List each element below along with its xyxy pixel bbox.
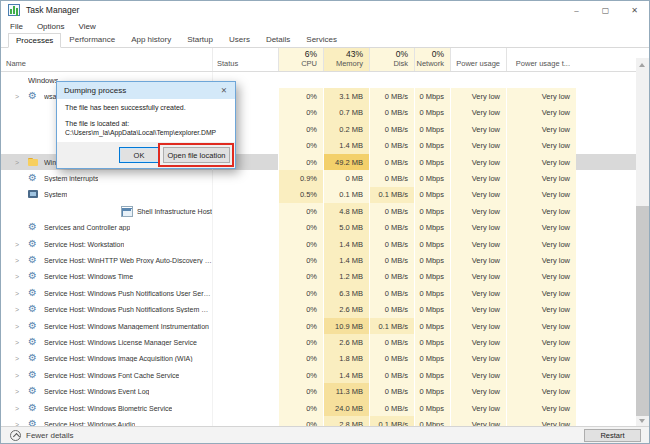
gear-icon [28, 304, 40, 315]
process-name: Service Host: Windows Biometric Service [44, 405, 172, 412]
expand-chevron-icon[interactable]: > [15, 323, 28, 330]
expand-chevron-icon[interactable]: > [15, 306, 28, 313]
dialog-close-icon[interactable]: ✕ [213, 82, 235, 99]
minimize-icon[interactable]: – [562, 1, 591, 19]
process-row[interactable]: >Service Host: Workstation0%1.4 MB0 MB/s… [1, 236, 649, 252]
cell-power-usage: Very low [450, 236, 506, 252]
process-status-cell [212, 269, 278, 285]
process-row[interactable]: >Service Host: Windows Push Notification… [1, 301, 649, 317]
sys-icon [28, 189, 40, 200]
process-row[interactable]: >Service Host: Windows License Manager S… [1, 334, 649, 350]
close-icon[interactable]: ✕ [620, 1, 649, 19]
fewer-details-toggle[interactable]: Fewer details [10, 430, 74, 441]
maximize-icon[interactable]: ▢ [591, 1, 620, 19]
column-header-disk[interactable]: 0% Disk [369, 48, 414, 71]
process-row[interactable]: >Service Host: Windows Font Cache Servic… [1, 367, 649, 383]
cell-memory: 5.0 MB [323, 220, 369, 236]
cell-power-usage-trend: Very low [506, 367, 576, 383]
column-header-status[interactable]: Status [212, 48, 278, 71]
process-name-cell: >Service Host: Windows Image Acquisition… [1, 351, 212, 367]
process-row[interactable]: >Service Host: Windows Biometric Service… [1, 400, 649, 416]
open-file-location-button[interactable]: Open file location [163, 147, 230, 163]
process-name: Service Host: Windows Management Instrum… [44, 323, 209, 330]
cell-network: 0 Mbps [414, 318, 450, 334]
cell-cpu: 0% [278, 121, 323, 137]
cell-network: 0 Mbps [414, 400, 450, 416]
dialog-titlebar[interactable]: Dumping process ✕ [57, 82, 235, 99]
process-row[interactable]: >Service Host: Windows Time0%1.2 MB0 MB/… [1, 269, 649, 285]
column-header-power-usage[interactable]: Power usage [450, 48, 506, 71]
cell-power-usage: Very low [450, 301, 506, 317]
cell-cpu: 0% [278, 301, 323, 317]
expand-chevron-icon[interactable]: > [15, 93, 28, 100]
ok-button[interactable]: OK [119, 147, 159, 163]
gear-icon [28, 403, 40, 414]
cell-power-usage-trend: Very low [506, 187, 576, 203]
expand-chevron-icon[interactable]: > [15, 355, 28, 362]
cell-disk: 0 MB/s [369, 105, 414, 121]
expand-chevron-icon[interactable]: > [15, 257, 28, 264]
cell-disk: 0 MB/s [369, 301, 414, 317]
process-row[interactable]: >Service Host: Windows Push Notification… [1, 285, 649, 301]
tab-users[interactable]: Users [221, 32, 258, 47]
menu-file[interactable]: File [3, 22, 30, 31]
cell-cpu: 0% [278, 105, 323, 121]
process-row[interactable]: System interrupts0.9%0 MB0 MB/s0 MbpsVer… [1, 170, 649, 186]
tab-app-history[interactable]: App history [123, 32, 179, 47]
titlebar[interactable]: Task Manager – ▢ ✕ [1, 1, 649, 19]
gear-icon [28, 271, 40, 282]
vertical-scrollbar[interactable] [636, 58, 649, 428]
process-name: Service Host: Windows License Manager Se… [44, 339, 197, 346]
tab-performance[interactable]: Performance [61, 32, 123, 47]
menu-options[interactable]: Options [30, 22, 72, 31]
cell-power-usage: Very low [450, 170, 506, 186]
expand-chevron-icon[interactable]: > [15, 339, 28, 346]
column-header-name[interactable]: Name [1, 48, 212, 71]
process-name-cell: >Service Host: Workstation [1, 236, 212, 252]
column-header-network[interactable]: 0% Network [414, 48, 450, 71]
expand-chevron-icon[interactable]: > [15, 388, 28, 395]
process-name: Service Host: Windows Event Log [44, 388, 149, 395]
collapse-chevron-icon [10, 430, 21, 441]
process-row[interactable]: Shell Infrastructure Host0%4.8 MB0 MB/s0… [1, 203, 649, 219]
process-status-cell [212, 285, 278, 301]
column-header-memory[interactable]: 43% Memory [323, 48, 369, 71]
tab-details[interactable]: Details [258, 32, 298, 47]
cell-disk: 0 MB/s [369, 285, 414, 301]
process-row[interactable]: Services and Controller app0%5.0 MB0 MB/… [1, 220, 649, 236]
process-row[interactable]: System0.5%0.1 MB0.1 MB/s0 MbpsVery lowVe… [1, 187, 649, 203]
expand-chevron-icon[interactable]: > [15, 290, 28, 297]
cell-memory: 1.4 MB [323, 236, 369, 252]
process-row[interactable]: >Service Host: Windows Image Acquisition… [1, 351, 649, 367]
tab-processes[interactable]: Processes [8, 33, 61, 48]
gear-icon [28, 173, 40, 184]
restart-button[interactable]: Restart [584, 429, 641, 442]
cell-memory: 0.7 MB [323, 105, 369, 121]
cell-memory: 0.2 MB [323, 121, 369, 137]
process-name-cell: System [1, 187, 212, 203]
process-row[interactable]: >Service Host: Windows Event Log0%11.3 M… [1, 383, 649, 399]
scrollbar-thumb[interactable] [636, 206, 649, 416]
process-name-cell: Services and Controller app [1, 220, 212, 236]
expand-chevron-icon[interactable]: > [15, 273, 28, 280]
tab-startup[interactable]: Startup [179, 32, 221, 47]
expand-chevron-icon[interactable]: > [15, 405, 28, 412]
cell-power-usage: Very low [450, 105, 506, 121]
expand-chevron-icon[interactable]: > [15, 159, 28, 166]
process-row[interactable]: >Service Host: Windows Management Instru… [1, 318, 649, 334]
cell-network: 0 Mbps [414, 367, 450, 383]
cell-power-usage: Very low [450, 285, 506, 301]
cell-disk: 0 MB/s [369, 236, 414, 252]
column-header-cpu[interactable]: 6% CPU [278, 48, 323, 71]
process-name-cell: >Service Host: Windows Time [1, 269, 212, 285]
window-icon [121, 206, 133, 217]
column-header-power-usage-trend[interactable]: Power usage t... [506, 48, 576, 71]
menu-view[interactable]: View [71, 22, 102, 31]
process-row[interactable]: >Service Host: WinHTTP Web Proxy Auto-Di… [1, 252, 649, 268]
scroll-down-icon[interactable] [639, 419, 645, 423]
cell-memory: 11.3 MB [323, 383, 369, 399]
tab-services[interactable]: Services [298, 32, 345, 47]
expand-chevron-icon[interactable]: > [15, 372, 28, 379]
scroll-up-icon[interactable] [639, 63, 645, 67]
expand-chevron-icon[interactable]: > [15, 241, 28, 248]
